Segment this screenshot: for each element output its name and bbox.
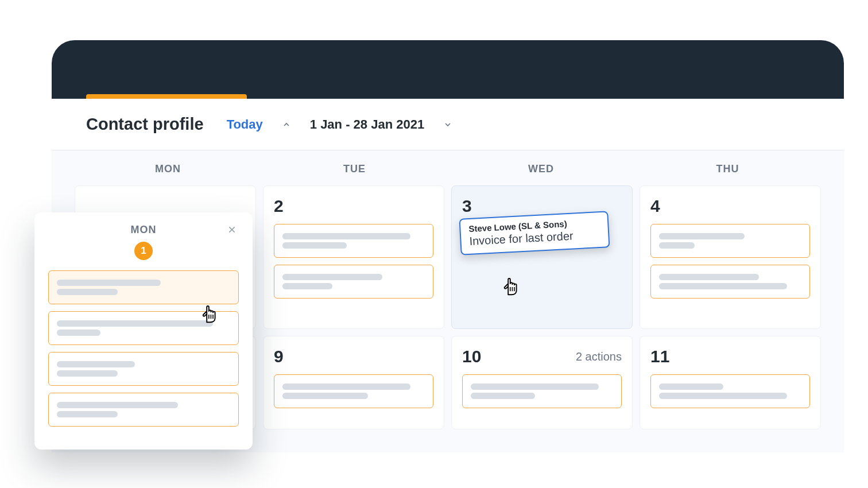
event-card[interactable] (48, 311, 239, 345)
day-number: 2 (274, 196, 284, 216)
placeholder-line (57, 411, 118, 417)
placeholder-line (282, 393, 368, 399)
close-button[interactable] (225, 223, 239, 237)
event-card[interactable] (650, 265, 810, 299)
today-button[interactable]: Today (227, 117, 263, 132)
dragged-event-card[interactable]: Steve Lowe (SL & Sons) Invoice for last … (459, 211, 610, 255)
placeholder-line (659, 393, 787, 399)
placeholder-line (659, 384, 723, 390)
app-titlebar (52, 40, 844, 99)
event-card[interactable] (274, 374, 433, 408)
event-card[interactable] (48, 270, 239, 304)
placeholder-line (57, 280, 161, 286)
popout-weekday: MON (48, 224, 239, 236)
weekday-mon: MON (75, 163, 261, 175)
placeholder-line (282, 283, 332, 289)
event-card[interactable] (48, 352, 239, 386)
page-title: Contact profile (86, 115, 204, 134)
event-card[interactable] (274, 265, 433, 299)
placeholder-line (282, 274, 382, 280)
prev-period-button[interactable] (280, 118, 293, 131)
day-number: 3 (462, 196, 472, 216)
placeholder-line (57, 361, 135, 367)
placeholder-line (282, 233, 410, 239)
date-badge: 1 (134, 242, 153, 260)
placeholder-line (659, 242, 695, 249)
event-card[interactable] (462, 374, 622, 408)
chevron-up-icon (282, 120, 291, 129)
day-cell-2[interactable]: 2 (263, 185, 444, 329)
weekday-header-row: MON TUE WED THU (52, 150, 844, 185)
placeholder-line (57, 320, 213, 327)
placeholder-line (282, 242, 347, 249)
day-cell-3[interactable]: 3 Steve Lowe (SL & Sons) Invoice for las… (451, 185, 633, 329)
day-number: 9 (274, 347, 284, 366)
placeholder-line (659, 283, 787, 289)
day-cell-10[interactable]: 10 2 actions (451, 336, 633, 429)
placeholder-line (282, 384, 410, 390)
placeholder-line (471, 393, 535, 399)
day-cell-11[interactable]: 11 (640, 336, 821, 429)
weekday-tue: TUE (261, 163, 448, 175)
event-card[interactable] (650, 224, 810, 258)
active-tab-indicator (86, 94, 247, 99)
placeholder-line (57, 370, 118, 377)
event-card[interactable] (274, 224, 433, 258)
close-icon (227, 225, 237, 234)
placeholder-line (659, 274, 759, 280)
placeholder-line (471, 384, 599, 390)
placeholder-line (659, 233, 745, 239)
day-cell-9[interactable]: 9 (263, 336, 444, 429)
day-number: 4 (650, 196, 660, 216)
weekday-thu: THU (634, 163, 821, 175)
day-detail-popout: MON 1 (34, 212, 253, 450)
next-period-button[interactable] (441, 118, 454, 131)
placeholder-line (57, 402, 178, 408)
event-card[interactable] (48, 393, 239, 427)
event-card[interactable] (650, 374, 810, 408)
day-cell-4[interactable]: 4 (640, 185, 821, 329)
day-number: 10 (462, 347, 481, 366)
actions-count: 2 actions (576, 350, 622, 363)
weekday-wed: WED (448, 163, 634, 175)
placeholder-line (57, 330, 100, 336)
placeholder-line (57, 289, 118, 295)
toolbar: Contact profile Today 1 Jan - 28 Jan 202… (52, 99, 844, 150)
date-range-label: 1 Jan - 28 Jan 2021 (310, 117, 424, 132)
day-number: 11 (650, 347, 669, 366)
chevron-down-icon (443, 120, 452, 129)
